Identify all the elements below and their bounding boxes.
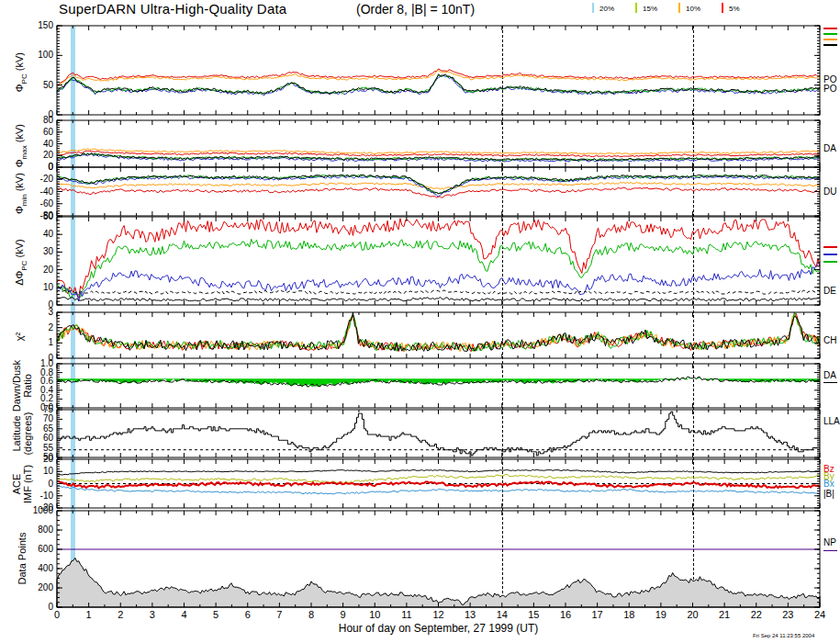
y-tick-label: 0 xyxy=(13,603,53,612)
y-tick-label: 65 xyxy=(13,424,53,434)
x-tick-label: 7 xyxy=(276,609,282,620)
panel-phi_max xyxy=(56,119,821,168)
y-tick-label: 0.6 xyxy=(13,377,53,386)
y-tick-label: 20 xyxy=(13,265,53,275)
panel-ace_imf xyxy=(56,458,821,509)
y-tick-label: 10 xyxy=(13,467,53,476)
legend-label-5: 5% xyxy=(729,5,740,13)
y-tick-label: 800 xyxy=(13,525,53,535)
right-axis-label-phi_min: DU xyxy=(823,187,836,197)
right-axis-label-chi_squared: CH xyxy=(823,336,836,345)
y-tick-label: 200 xyxy=(13,583,53,592)
legend-swatch-5-icon xyxy=(722,3,723,13)
right-legend-line xyxy=(823,254,837,255)
page-title: SuperDARN Ultra-High-Quality Data xyxy=(59,1,286,17)
y-tick-label: 70 xyxy=(13,414,53,423)
y-tick-label: 3 xyxy=(13,308,53,317)
legend-label-10: 10% xyxy=(686,5,700,13)
right-axis-label-data_points: NP xyxy=(823,538,836,547)
right-axis-label-phi_pc: PO xyxy=(823,85,836,94)
x-tick-label: 23 xyxy=(782,609,793,620)
top-legend-item-20: 20% xyxy=(592,3,614,13)
y-tick-label: 40 xyxy=(13,140,53,149)
panel-latitude xyxy=(56,409,821,458)
top-legend-item-5: 5% xyxy=(722,3,740,13)
x-tick-label: 0 xyxy=(54,609,60,620)
y-tick-label: 75 xyxy=(13,405,53,414)
right-reference-line xyxy=(823,550,837,551)
right-legend-line xyxy=(823,33,837,35)
y-tick-label: 60 xyxy=(13,434,53,443)
x-tick-label: 21 xyxy=(719,609,730,620)
x-tick-label: 15 xyxy=(528,609,539,620)
series-phi_pc-orange xyxy=(57,70,820,87)
x-tick-label: 19 xyxy=(655,609,666,620)
superdarn-plot-page: { "title": "SuperDARN Ultra-High-Quality… xyxy=(0,0,840,643)
x-tick-label: 9 xyxy=(341,609,346,620)
right-axis-label-ace_imf: |B| xyxy=(823,490,834,499)
series-delta_phi_pc-blue xyxy=(57,262,820,301)
legend-swatch-20-icon xyxy=(592,3,594,13)
y-tick-label: -60 xyxy=(13,199,53,209)
x-tick-label: 16 xyxy=(560,609,571,620)
x-tick-label: 2 xyxy=(118,609,123,620)
panel-phi_min xyxy=(56,166,821,217)
x-tick-label: 6 xyxy=(245,609,251,620)
y-tick-label: 20 xyxy=(13,151,53,160)
y-tick-label: -20 xyxy=(13,175,53,184)
timestamp-footer: Fri Sep 24 11:23:55 2004 xyxy=(753,633,814,638)
y-tick-label: -40 xyxy=(13,187,53,197)
x-tick-label: 18 xyxy=(623,609,634,620)
panel-chi_squared xyxy=(56,311,821,359)
x-tick-label: 3 xyxy=(150,609,155,620)
right-legend-line xyxy=(823,246,837,248)
y-tick-label: 30 xyxy=(13,247,53,256)
series-phi_pc-blue xyxy=(57,76,820,96)
panel-dawn_dusk_ratio xyxy=(56,363,821,409)
y-tick-label: 2 xyxy=(13,323,53,333)
series-ace_imf-bx-blue xyxy=(57,486,820,494)
right-legend-line xyxy=(823,44,837,46)
y-tick-label: 0.8 xyxy=(13,368,53,378)
x-tick-label: 4 xyxy=(181,609,186,620)
y-tick-label: 40 xyxy=(13,230,53,239)
x-tick-label: 14 xyxy=(497,609,508,620)
y-tick-label: 0 xyxy=(13,479,53,489)
subtitle-order-info: (Order 8, |B| = 10nT) xyxy=(356,2,475,17)
right-reference-line xyxy=(823,382,837,383)
y-tick-label: 1000 xyxy=(13,506,53,515)
x-tick-label: 13 xyxy=(465,609,476,620)
series-phi_pc-red xyxy=(57,69,820,85)
top-legend-item-10: 10% xyxy=(678,3,700,13)
right-axis-label-dawn_dusk_ratio: DA xyxy=(823,371,836,380)
y-tick-label: 0.4 xyxy=(13,386,53,395)
y-tick-label: 60 xyxy=(13,128,53,137)
y-tick-label: 1 xyxy=(13,338,53,347)
x-tick-label: 5 xyxy=(213,609,218,620)
y-tick-label: 20 xyxy=(13,455,53,464)
x-tick-label: 24 xyxy=(814,609,825,620)
panel-delta_phi_pc xyxy=(56,216,821,306)
series-phi_min-orange xyxy=(57,183,820,190)
series-ace_imf-by-olive xyxy=(57,474,820,483)
legend-label-15: 15% xyxy=(643,5,657,13)
top-legend-item-15: 15% xyxy=(635,3,657,13)
y-tick-label: 55 xyxy=(13,444,53,453)
y-tick-label: 600 xyxy=(13,545,53,554)
series-chi_squared-black xyxy=(57,312,820,351)
x-tick-label: 12 xyxy=(432,609,443,620)
right-legend-line xyxy=(823,261,837,263)
right-axis-label-delta_phi_pc: DE xyxy=(823,287,836,296)
panel-frame xyxy=(57,364,820,408)
series-phi_max-orange xyxy=(57,149,820,155)
legend-swatch-10-icon xyxy=(678,3,680,13)
series-delta_phi_pc-red xyxy=(57,219,820,298)
y-tick-label: 10 xyxy=(13,283,53,292)
y-tick-label: -10 xyxy=(13,491,53,501)
series-data_points-count-area xyxy=(57,558,820,607)
right-axis-label-latitude: LLA xyxy=(823,417,840,426)
series-delta_phi_pc-green xyxy=(57,239,820,298)
y-tick-label: 100 xyxy=(13,51,53,60)
y-tick-label: 0 xyxy=(13,163,53,172)
y-tick-label: 50 xyxy=(13,212,53,221)
